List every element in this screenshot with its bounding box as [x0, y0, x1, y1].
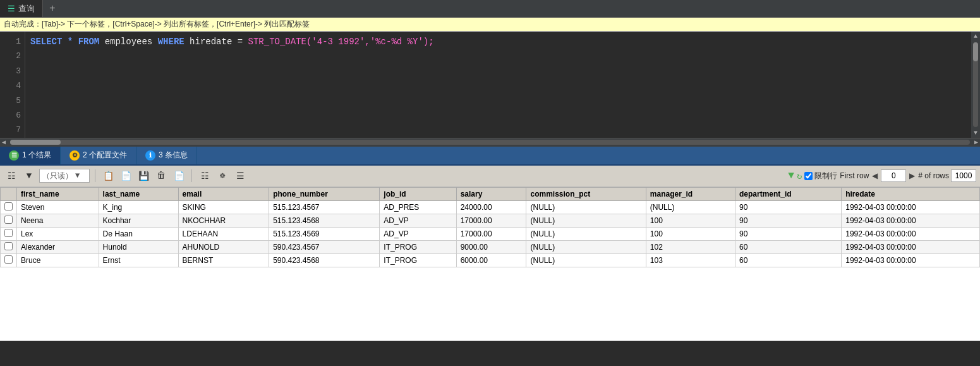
table-cell: 100	[646, 214, 735, 227]
table-cell: De Haan	[99, 227, 178, 240]
col-job-id[interactable]: job_id	[380, 187, 456, 200]
kw-where: WHERE	[158, 37, 185, 47]
col-email[interactable]: email	[178, 187, 269, 200]
toolbar-separator-1	[95, 169, 95, 182]
copy-button[interactable]: 📋	[100, 168, 116, 183]
toolbar-menu-button[interactable]: ▼	[21, 168, 37, 183]
kw-select: SELECT	[30, 37, 62, 47]
table-cell: 90	[735, 227, 842, 240]
table-cell: NKOCHHAR	[178, 214, 269, 227]
refresh-icon[interactable]: ↻	[797, 171, 802, 181]
select-arrow-icon: ▼	[75, 171, 80, 180]
limit-row-check: 限制行	[804, 171, 837, 181]
limit-row-checkbox[interactable]	[804, 172, 813, 180]
row-checkbox[interactable]	[4, 216, 13, 224]
table-cell: IT_PROG	[380, 240, 456, 253]
table-cell: 515.123.4569	[269, 227, 380, 240]
table-cell: Lex	[17, 227, 99, 240]
paste-button[interactable]: 📄	[118, 168, 133, 183]
export-button[interactable]: 📄	[171, 168, 186, 183]
line-num: 5	[0, 94, 21, 108]
table-cell: (NULL)	[526, 253, 646, 267]
info-tab-badge: ℹ	[145, 150, 155, 161]
col-manager-id[interactable]: manager_id	[646, 187, 735, 200]
kw-func: STR_TO_DATE	[248, 37, 306, 47]
tab-results[interactable]: ☰ 1 个结果	[0, 147, 61, 164]
next-row-button[interactable]: ▶	[908, 171, 916, 180]
table-cell: AD_PRES	[380, 200, 456, 214]
rows-value-input[interactable]	[951, 169, 976, 182]
editor-vscroll[interactable]: ▲ ▼	[971, 32, 980, 138]
table-cell: (NULL)	[526, 214, 646, 227]
hscroll-thumb	[10, 140, 61, 145]
limit-row-label: 限制行	[814, 171, 837, 181]
text-view-button[interactable]: ☰	[233, 168, 248, 183]
scroll-up-arrow[interactable]: ▲	[972, 32, 979, 41]
prev-row-button[interactable]: ◀	[871, 171, 879, 180]
editor-hscroll[interactable]: ◀ ▶	[0, 138, 980, 147]
info-tab-label: 3 条信息	[159, 150, 188, 161]
results-tab-badge: ☰	[9, 150, 19, 161]
col-department-id[interactable]: department_id	[735, 187, 842, 200]
table-row: AlexanderHunoldAHUNOLD590.423.4567IT_PRO…	[1, 240, 980, 253]
col-commission-pct[interactable]: commission_pct	[526, 187, 646, 200]
table-cell: 103	[646, 253, 735, 267]
profiles-tab-label: 2 个配置文件	[83, 150, 127, 161]
row-checkbox[interactable]	[4, 242, 13, 250]
query-tab[interactable]: ☰ 查询	[0, 0, 43, 17]
table-cell: (NULL)	[526, 240, 646, 253]
filter-icon[interactable]: ▼	[788, 170, 794, 181]
form-view-button[interactable]: ☸	[215, 168, 230, 183]
line-num: 6	[0, 108, 21, 123]
readonly-select[interactable]: （只读） ▼	[39, 169, 90, 183]
hscroll-left-arrow[interactable]: ◀	[0, 138, 8, 146]
first-row-input[interactable]	[881, 169, 906, 182]
profiles-tab-badge: ⚙	[70, 150, 80, 161]
col-first-name[interactable]: first_name	[17, 187, 99, 200]
table-cell: Neena	[17, 214, 99, 227]
table-cell: 90	[735, 214, 842, 227]
table-cell: 90	[735, 200, 842, 214]
vscroll-track	[973, 42, 978, 127]
table-cell: 17000.00	[456, 227, 526, 240]
table-cell: Alexander	[17, 240, 99, 253]
table-cell: 590.423.4568	[269, 253, 380, 267]
delete-button[interactable]: 🗑	[154, 168, 169, 183]
row-check-cell	[1, 240, 17, 253]
table-cell: 17000.00	[456, 214, 526, 227]
col-hiredate[interactable]: hiredate	[842, 187, 980, 200]
col-salary[interactable]: salary	[456, 187, 526, 200]
row-checkbox[interactable]	[4, 202, 13, 210]
table-cell: AHUNOLD	[178, 240, 269, 253]
tab-info[interactable]: ℹ 3 条信息	[136, 147, 197, 164]
table-cell: IT_PROG	[380, 253, 456, 267]
kw-field: hiredate =	[190, 37, 248, 47]
tab-profiles[interactable]: ⚙ 2 个配置文件	[61, 147, 136, 164]
table-cell: 60	[735, 240, 842, 253]
line-numbers: 1 2 3 4 5 6 7	[0, 32, 25, 138]
table-cell: (NULL)	[526, 227, 646, 240]
table-cell: Kochhar	[99, 214, 178, 227]
readonly-label: （只读）	[42, 171, 73, 181]
table-cell: 1992-04-03 00:00:00	[842, 227, 980, 240]
col-phone-number[interactable]: phone_number	[269, 187, 380, 200]
kw-string: ('4-3 1992','%c-%d %Y');	[306, 37, 434, 47]
code-editor[interactable]: SELECT * FROM employees WHERE hiredate =…	[25, 32, 971, 138]
table-cell: 590.423.4567	[269, 240, 380, 253]
hscroll-track	[10, 140, 970, 145]
table-view-button[interactable]: ☷	[197, 168, 212, 183]
line-num: 2	[0, 49, 21, 63]
tab-bar: ☰ 查询 +	[0, 0, 980, 18]
add-tab-button[interactable]: +	[43, 3, 62, 15]
kw-star: *	[68, 37, 73, 47]
hscroll-right-arrow[interactable]: ▶	[972, 138, 980, 146]
row-checkbox[interactable]	[4, 229, 13, 237]
save-button[interactable]: 💾	[136, 168, 151, 183]
scroll-down-arrow[interactable]: ▼	[972, 128, 979, 138]
col-last-name[interactable]: last_name	[99, 187, 178, 200]
row-checkbox[interactable]	[4, 255, 13, 264]
table-cell: Bruce	[17, 253, 99, 267]
table-cell: 1992-04-03 00:00:00	[842, 253, 980, 267]
table-cell: 102	[646, 240, 735, 253]
grid-view-button[interactable]: ☷	[4, 168, 19, 183]
